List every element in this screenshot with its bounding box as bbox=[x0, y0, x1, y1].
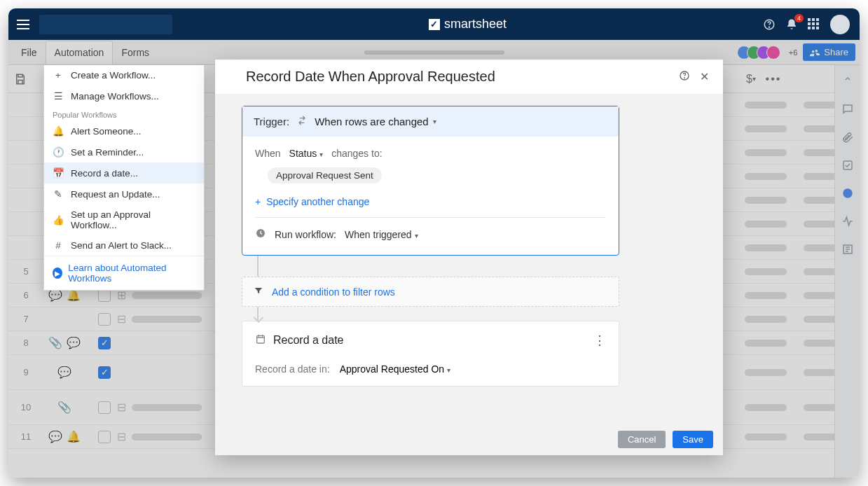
svg-point-1 bbox=[769, 27, 770, 27]
calendar-icon bbox=[255, 333, 266, 347]
action-column-select[interactable]: Approval Requested On ▾ bbox=[340, 363, 450, 375]
chevron-down-icon: ▾ bbox=[319, 151, 323, 158]
svg-rect-8 bbox=[257, 335, 265, 343]
clock-icon bbox=[255, 228, 266, 241]
dd-approval-workflow[interactable]: 👍Set up an Approval Workflow... bbox=[44, 204, 204, 235]
update-icon: ✎ bbox=[53, 188, 64, 200]
plus-icon: + bbox=[53, 70, 64, 81]
modal-header: Record Date When Approval Requested ✕ bbox=[215, 60, 723, 95]
user-avatar[interactable] bbox=[830, 15, 850, 34]
modal-title: Record Date When Approval Requested bbox=[246, 69, 495, 85]
manage-icon: ☰ bbox=[53, 90, 64, 102]
brand-logo-icon bbox=[429, 19, 440, 30]
action-block: Record a date ⋮ Record a date in: Approv… bbox=[242, 321, 619, 387]
flow-connector bbox=[257, 307, 259, 321]
app-window: smartsheet 4 File Automation Forms +6 bbox=[8, 8, 860, 478]
trigger-label: Trigger: bbox=[254, 116, 289, 127]
play-icon: ▶ bbox=[53, 268, 62, 279]
action-field-label: Record a date in: bbox=[255, 363, 330, 375]
filter-icon bbox=[254, 286, 263, 298]
dd-learn-link[interactable]: ▶Learn about Automated Workflows bbox=[44, 256, 204, 290]
save-button[interactable]: Save bbox=[673, 431, 713, 448]
run-workflow-label: Run workflow: bbox=[275, 229, 336, 240]
dd-section-label: Popular Workflows bbox=[44, 106, 204, 120]
run-workflow-select[interactable]: When triggered ▾ bbox=[345, 229, 418, 240]
dd-slack-alert[interactable]: #Send an Alert to Slack... bbox=[44, 235, 204, 256]
add-condition-button[interactable]: Add a condition to filter rows bbox=[242, 277, 619, 307]
changes-to-label: changes to: bbox=[331, 148, 382, 159]
svg-point-6 bbox=[684, 77, 685, 78]
clock-icon: 🕐 bbox=[53, 146, 64, 158]
calendar-icon: 📅 bbox=[53, 167, 64, 179]
modal-close-icon[interactable]: ✕ bbox=[700, 70, 709, 84]
search-input[interactable] bbox=[39, 15, 172, 34]
notification-count: 4 bbox=[794, 14, 804, 22]
help-icon[interactable] bbox=[763, 18, 776, 31]
trigger-block: Trigger: When rows are changed▾ When Sta… bbox=[242, 106, 619, 256]
chevron-down-icon: ▾ bbox=[433, 118, 436, 125]
modal-help-icon[interactable] bbox=[679, 70, 690, 84]
dd-set-reminder[interactable]: 🕐Set a Reminder... bbox=[44, 141, 204, 162]
notifications-icon[interactable]: 4 bbox=[785, 18, 798, 31]
bell-icon: 🔔 bbox=[53, 125, 64, 137]
flow-connector bbox=[257, 256, 259, 277]
action-menu-icon[interactable]: ⋮ bbox=[593, 333, 606, 348]
modal-footer: Cancel Save bbox=[215, 423, 723, 455]
trigger-field-select[interactable]: Status ▾ bbox=[289, 148, 324, 159]
when-label: When bbox=[255, 148, 281, 159]
action-title: Record a date bbox=[273, 334, 344, 347]
brand-name: smartsheet bbox=[444, 17, 507, 32]
plus-icon: + bbox=[255, 196, 261, 207]
automation-dropdown: +Create a Workflow... ☰Manage Workflows.… bbox=[43, 65, 205, 291]
trigger-type-select[interactable]: When rows are changed▾ bbox=[315, 116, 436, 127]
topbar: smartsheet 4 bbox=[8, 8, 860, 40]
dd-alert-someone[interactable]: 🔔Alert Someone... bbox=[44, 120, 204, 141]
brand: smartsheet bbox=[172, 17, 763, 32]
swap-icon bbox=[296, 115, 308, 128]
apps-grid-icon[interactable] bbox=[808, 18, 820, 31]
cancel-button[interactable]: Cancel bbox=[618, 431, 666, 448]
workflow-modal: Record Date When Approval Requested ✕ Tr… bbox=[215, 60, 723, 455]
chevron-down-icon: ▾ bbox=[415, 232, 418, 239]
chevron-down-icon: ▾ bbox=[447, 366, 450, 374]
add-change-link[interactable]: + Specify another change bbox=[255, 193, 606, 217]
dd-record-date[interactable]: 📅Record a date... bbox=[44, 162, 204, 183]
dd-manage-workflows[interactable]: ☰Manage Workflows... bbox=[44, 85, 204, 106]
dd-request-update[interactable]: ✎Request an Update... bbox=[44, 183, 204, 204]
hamburger-menu-icon[interactable] bbox=[14, 15, 32, 34]
slack-icon: # bbox=[53, 240, 64, 251]
thumbs-up-icon: 👍 bbox=[53, 214, 64, 225]
trigger-value-chip[interactable]: Approval Request Sent bbox=[268, 167, 382, 183]
modal-body: Trigger: When rows are changed▾ When Sta… bbox=[215, 95, 723, 423]
dd-create-workflow[interactable]: +Create a Workflow... bbox=[44, 65, 204, 85]
